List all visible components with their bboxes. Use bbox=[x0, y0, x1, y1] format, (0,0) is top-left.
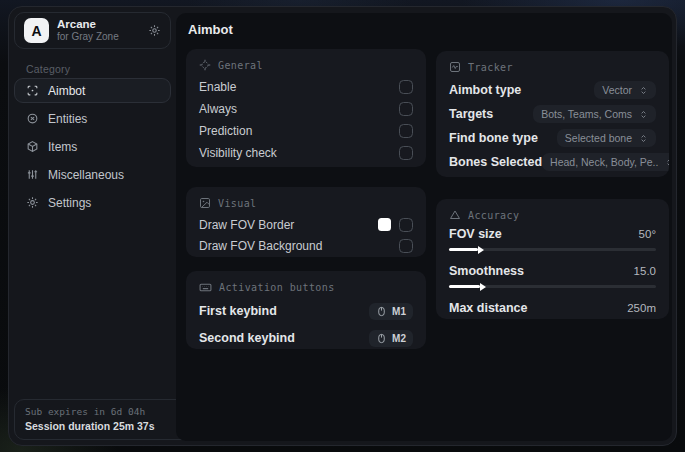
draw-fov-border-checkbox[interactable] bbox=[399, 218, 413, 232]
setting-label: Aimbot type bbox=[449, 83, 521, 97]
panel-title: General bbox=[218, 60, 263, 71]
sidebar-item-label: Miscellaneous bbox=[48, 168, 124, 182]
accuracy-panel: Accuracy FOV size 50° Smoothness 15 bbox=[436, 199, 669, 319]
dropdown-value: Selected bone bbox=[565, 132, 632, 144]
enable-checkbox[interactable] bbox=[399, 80, 413, 94]
dropdown-value: Head, Neck, Body, Pe.. bbox=[550, 156, 658, 168]
dropdown-value: Vector bbox=[602, 84, 632, 96]
second-keybind-button[interactable]: M2 bbox=[369, 330, 413, 347]
setting-label: Draw FOV Border bbox=[199, 218, 294, 232]
setting-row-prediction: Prediction bbox=[199, 120, 413, 142]
gear-icon[interactable] bbox=[148, 24, 161, 37]
fov-size-value: 50° bbox=[639, 228, 656, 240]
accuracy-panel-header: Accuracy bbox=[449, 209, 656, 221]
setting-row-enable: Enable bbox=[199, 76, 413, 98]
mouse-icon bbox=[376, 333, 387, 344]
gear-icon bbox=[26, 196, 39, 209]
sliders-icon bbox=[26, 168, 39, 181]
setting-label: Smoothness bbox=[449, 264, 524, 278]
setting-label: Targets bbox=[449, 107, 493, 121]
setting-row-visibility-check: Visibility check bbox=[199, 142, 413, 164]
setting-label: Bones Selected bbox=[449, 155, 542, 169]
mouse-icon bbox=[376, 306, 387, 317]
prediction-checkbox[interactable] bbox=[399, 124, 413, 138]
chevron-up-down-icon bbox=[639, 86, 648, 95]
setting-label: Max distance bbox=[449, 301, 528, 315]
setting-row-draw-fov-background: Draw FOV Background bbox=[199, 235, 413, 256]
targets-dropdown[interactable]: Bots, Teams, Coms bbox=[533, 105, 656, 123]
activation-buttons-panel: Activation buttons First keybind M1 bbox=[186, 271, 426, 349]
sidebar-item-label: Items bbox=[48, 140, 77, 154]
general-panel: General Enable Always Prediction Visibil… bbox=[186, 49, 426, 167]
setting-label: Prediction bbox=[199, 124, 252, 138]
sidebar-item-label: Aimbot bbox=[48, 84, 85, 98]
sidebar-item-settings[interactable]: Settings bbox=[14, 190, 171, 215]
cheat-menu-window: A Arcane for Gray Zone Category bbox=[8, 6, 677, 446]
max-distance-value: 250m bbox=[627, 302, 656, 314]
setting-label: Find bone type bbox=[449, 131, 538, 145]
tracker-panel: Tracker Aimbot type Vector Targets bbox=[436, 51, 669, 177]
category-label: Category bbox=[26, 63, 70, 75]
smoothness-slider[interactable] bbox=[449, 282, 656, 291]
sidebar-item-label: Settings bbox=[48, 196, 91, 210]
fov-size-slider[interactable] bbox=[449, 245, 656, 254]
panel-title: Visual bbox=[218, 198, 257, 209]
always-checkbox[interactable] bbox=[399, 102, 413, 116]
brand-text: Arcane for Gray Zone bbox=[57, 18, 119, 43]
chevron-up-down-icon bbox=[639, 134, 648, 143]
setting-label: First keybind bbox=[199, 304, 277, 318]
visibility-check-checkbox[interactable] bbox=[399, 146, 413, 160]
setting-row-smoothness: Smoothness 15.0 bbox=[449, 263, 656, 291]
draw-fov-background-checkbox[interactable] bbox=[399, 239, 413, 253]
sidebar-item-miscellaneous[interactable]: Miscellaneous bbox=[14, 162, 171, 187]
package-icon bbox=[26, 140, 39, 153]
sidebar-item-aimbot[interactable]: Aimbot bbox=[14, 78, 171, 103]
setting-row-always: Always bbox=[199, 98, 413, 120]
keyboard-icon bbox=[199, 281, 212, 294]
keybind-value: M1 bbox=[392, 306, 406, 317]
sidebar-item-label: Entities bbox=[48, 112, 87, 126]
setting-row-aimbot-type: Aimbot type Vector bbox=[449, 78, 656, 102]
panel-title: Accuracy bbox=[468, 210, 519, 221]
activity-icon bbox=[449, 61, 461, 73]
dropdown-value: Bots, Teams, Coms bbox=[541, 108, 632, 120]
setting-row-bones-selected: Bones Selected Head, Neck, Body, Pe.. bbox=[449, 150, 656, 174]
fov-border-color-swatch[interactable] bbox=[378, 218, 391, 231]
chevron-up-down-icon bbox=[665, 158, 669, 167]
visual-panel: Visual Draw FOV Border Draw FOV Backgrou… bbox=[186, 187, 426, 257]
general-panel-header: General bbox=[199, 59, 413, 71]
brand-name: Arcane bbox=[57, 18, 119, 31]
first-keybind-button[interactable]: M1 bbox=[369, 303, 413, 320]
brand-card: A Arcane for Gray Zone bbox=[14, 12, 171, 49]
find-bone-type-dropdown[interactable]: Selected bone bbox=[557, 129, 656, 147]
smoothness-value: 15.0 bbox=[634, 265, 656, 277]
setting-row-targets: Targets Bots, Teams, Coms bbox=[449, 102, 656, 126]
sidebar-nav: Aimbot Entities Items bbox=[14, 78, 171, 215]
setting-row-draw-fov-border: Draw FOV Border bbox=[199, 214, 413, 235]
visual-panel-header: Visual bbox=[199, 197, 413, 209]
setting-label: Visibility check bbox=[199, 146, 277, 160]
crosshair-icon bbox=[199, 59, 211, 71]
content-area: Aimbot General Enable bbox=[176, 13, 672, 441]
setting-label: Enable bbox=[199, 80, 236, 94]
tracker-panel-header: Tracker bbox=[449, 61, 656, 73]
setting-label: Second keybind bbox=[199, 331, 295, 345]
page-title: Aimbot bbox=[188, 22, 233, 37]
setting-row-find-bone-type: Find bone type Selected bone bbox=[449, 126, 656, 150]
panel-title: Tracker bbox=[468, 62, 513, 73]
setting-label: Draw FOV Background bbox=[199, 239, 322, 253]
setting-row-fov-size: FOV size 50° bbox=[449, 226, 656, 254]
keybind-value: M2 bbox=[392, 333, 406, 344]
triangle-icon bbox=[449, 209, 461, 221]
brand-logo: A bbox=[24, 18, 49, 43]
slider-fill bbox=[449, 248, 478, 251]
panel-title: Activation buttons bbox=[219, 282, 335, 293]
bones-selected-dropdown[interactable]: Head, Neck, Body, Pe.. bbox=[542, 153, 669, 171]
aimbot-type-dropdown[interactable]: Vector bbox=[594, 81, 656, 99]
sidebar-item-items[interactable]: Items bbox=[14, 134, 171, 159]
sidebar-item-entities[interactable]: Entities bbox=[14, 106, 171, 131]
image-icon bbox=[199, 197, 211, 209]
slider-fill bbox=[449, 285, 480, 288]
setting-row-first-keybind: First keybind M1 bbox=[199, 299, 413, 323]
setting-row-second-keybind: Second keybind M2 bbox=[199, 326, 413, 349]
